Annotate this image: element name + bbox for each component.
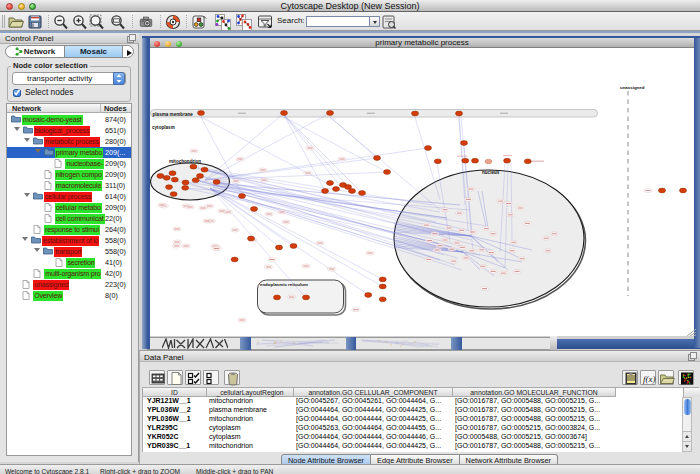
svg-text:endoplasmic reticulum: endoplasmic reticulum [260,282,308,287]
svg-text:nucleus: nucleus [482,170,500,175]
svg-text:unassigned: unassigned [620,85,645,90]
svg-text:cytoplasm: cytoplasm [152,125,175,130]
svg-text:plasma membrane: plasma membrane [153,112,194,117]
svg-text:mitochondrion: mitochondrion [169,159,201,164]
svg-text:f(x): f(x) [643,374,656,384]
